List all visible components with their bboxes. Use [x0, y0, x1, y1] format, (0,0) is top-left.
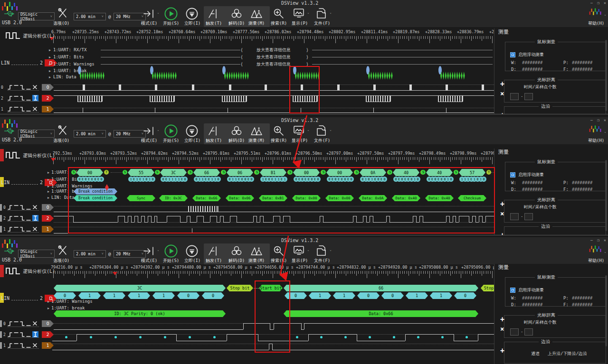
wave-edge	[228, 108, 228, 112]
cursor-start-input[interactable]	[510, 328, 519, 336]
sample-point-dot	[296, 336, 298, 338]
remove-cursor-button[interactable]: ×	[500, 327, 504, 332]
close-button[interactable]: ✕	[604, 0, 606, 6]
restore-button[interactable]: ❐	[597, 118, 599, 123]
help-button[interactable]: 帮助(H)	[588, 258, 604, 263]
lin-data-marker	[463, 72, 465, 80]
wave-edge	[357, 334, 357, 341]
lin-data-marker	[91, 72, 93, 80]
wave-segment	[176, 341, 227, 341]
minimize-button[interactable]: —	[590, 0, 593, 6]
wave-edge	[390, 95, 391, 102]
ch0-pulse	[409, 84, 412, 90]
uart-burst	[222, 96, 247, 102]
wave-edge	[454, 334, 454, 341]
lin-data-marker	[461, 72, 463, 80]
wave-segment	[272, 350, 494, 350]
measure-field-label: D:	[511, 302, 516, 308]
lin-data-marker	[247, 72, 249, 80]
wave-edge	[373, 108, 374, 112]
ch0-pulse	[482, 84, 484, 90]
lin-data-marker	[242, 72, 244, 80]
cursor-start-input[interactable]	[510, 93, 519, 100]
ch0-pulse	[337, 84, 340, 90]
lin-data-row-label[interactable]: LIN: Data	[53, 75, 76, 80]
wave-edge	[150, 95, 150, 102]
wave-edge	[76, 334, 77, 341]
uart-break-row-label[interactable]: 1:UART: break	[53, 68, 86, 74]
decoder-row-label[interactable]: 1:UART: Bits	[53, 55, 84, 60]
expand-arrow-icon: ▸	[48, 177, 49, 182]
cursor-end-input[interactable]	[524, 213, 533, 220]
close-button[interactable]: ✕	[604, 118, 606, 123]
sample-point-dot	[65, 336, 67, 338]
cursor-range-dash: -	[521, 214, 523, 219]
measure-field-label: F:	[563, 187, 569, 192]
annotation-rect	[68, 167, 495, 233]
wave-segment	[308, 334, 357, 335]
restore-button[interactable]: ❐	[597, 238, 599, 243]
lin-data-marker	[384, 72, 386, 80]
lin-data-marker	[227, 72, 228, 80]
wave-segment	[54, 95, 494, 96]
ch0-pulse	[265, 84, 267, 90]
help-logo-icon	[589, 123, 603, 135]
measure-field-value: ########	[522, 180, 542, 186]
close-button[interactable]: ✕	[604, 238, 606, 243]
lin-data-marker	[154, 72, 156, 80]
measure-field-value: ########	[522, 296, 542, 301]
float-measure-label: 启用浮动测量	[518, 52, 544, 57]
wave-edge	[304, 323, 304, 329]
uart-bit-annotation: 1	[128, 292, 150, 299]
help-button[interactable]: 帮助(H)	[588, 21, 604, 26]
float-measure-checkbox[interactable]	[510, 172, 515, 177]
wave-area-overview[interactable]: ▸1:UART: RX/TX⟨放大查看详细信息⟩▸1:UART: Bits⟨放大…	[0, 0, 494, 114]
expand-arrow-icon: ▸	[49, 47, 51, 53]
decoder-row-label[interactable]: 1:UART: Warnings	[51, 299, 93, 304]
lin-data-marker	[166, 72, 168, 80]
wave-area-bits[interactable]: 3CStop bitStart bit66Stop011110001100110…	[0, 235, 494, 364]
lin-data-marker	[100, 72, 102, 80]
uart-bit-annotation: 1	[152, 292, 175, 299]
measure-dock: 测量鼠标测量启用浮动测量W:########P:########D:######…	[494, 28, 608, 114]
float-measure-checkbox[interactable]	[510, 288, 515, 293]
ch0-pulse	[446, 84, 448, 90]
add-cursor-button[interactable]: +	[500, 82, 504, 87]
decoder-row-label[interactable]: 1:UART: break	[51, 306, 85, 311]
measure-field-value: ########	[572, 67, 592, 72]
edge-legend: 边沿	[539, 339, 552, 344]
help-button[interactable]: 帮助(H)	[588, 138, 604, 143]
cursor-end-input[interactable]	[524, 328, 533, 336]
remove-cursor-button[interactable]: ×	[500, 91, 504, 96]
restore-button[interactable]: ❐	[597, 0, 599, 6]
measure-dock: 测量鼠标测量启用浮动测量W:########P:########D:######…	[494, 264, 608, 364]
measure-field-label: F:	[563, 302, 569, 308]
measure-field-value: ########	[572, 302, 592, 308]
measure-field-label: P:	[563, 180, 569, 186]
measure-field-label: D:	[511, 67, 516, 72]
uart-bit-annotation: 0	[381, 292, 404, 299]
decoder-row-label[interactable]: 1:UART: Warnings	[53, 62, 95, 67]
stop-bit-annotation: Stop bit	[227, 285, 253, 291]
wave-segment	[438, 102, 463, 102]
decoder-row-label[interactable]: 1:UART: RX/TX	[53, 47, 86, 53]
cursor-end-input[interactable]	[524, 93, 533, 100]
measure-field-label: W:	[511, 180, 516, 186]
ch0-pulse	[155, 84, 157, 90]
annotation-rect	[289, 66, 320, 113]
minimize-button[interactable]: —	[590, 238, 593, 243]
add-cursor-button[interactable]: +	[500, 317, 504, 322]
lin-data-marker	[103, 72, 104, 80]
wave-segment	[54, 112, 494, 113]
float-measure-checkbox[interactable]	[510, 52, 515, 57]
add-cursor-button[interactable]: +	[500, 202, 504, 207]
uart-bit-annotation: 0	[357, 292, 380, 299]
edge-legend: 边沿	[539, 224, 552, 229]
cursor-start-input[interactable]	[510, 213, 519, 220]
minimize-button[interactable]: —	[590, 118, 593, 123]
remove-cursor-button[interactable]: ×	[500, 211, 504, 216]
wave-segment	[304, 323, 494, 324]
wave-edge	[478, 334, 478, 341]
lin-data-marker	[391, 72, 393, 80]
add-edge-button[interactable]: +	[500, 348, 504, 354]
